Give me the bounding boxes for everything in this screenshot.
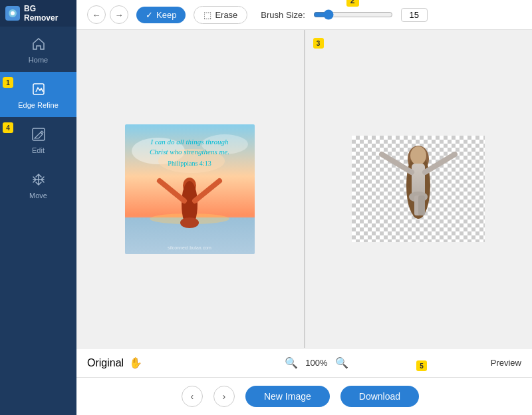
history-nav: ← → bbox=[87, 5, 128, 24]
svg-point-22 bbox=[410, 146, 426, 165]
sidebar: BG Remover Home 1 Edge Refine 4 bbox=[0, 0, 76, 415]
zoom-in-icon[interactable]: 🔍 bbox=[335, 356, 348, 369]
edit-icon bbox=[29, 125, 48, 144]
redo-button[interactable]: → bbox=[110, 5, 128, 24]
sidebar-item-move-label: Move bbox=[29, 192, 47, 200]
svg-point-1 bbox=[11, 11, 15, 15]
sidebar-item-move[interactable]: Move bbox=[0, 162, 76, 208]
home-icon bbox=[29, 35, 48, 53]
preview-label: Preview bbox=[491, 358, 521, 368]
brush-slider-container: 2 bbox=[313, 9, 393, 20]
erase-label: Erase bbox=[215, 10, 237, 20]
erase-button[interactable]: ⬚ Erase bbox=[194, 6, 247, 24]
download-area: Download 5 bbox=[340, 383, 427, 410]
bottom-left: Original ✋ bbox=[87, 356, 142, 369]
canvas-area: I can do all things through Christ who s… bbox=[76, 30, 532, 348]
sidebar-item-edit[interactable]: 4 Edit bbox=[0, 117, 76, 162]
svg-line-24 bbox=[382, 154, 412, 172]
edge-refine-icon bbox=[29, 80, 48, 98]
original-label: Original bbox=[87, 357, 124, 369]
preview-image-container bbox=[352, 136, 485, 242]
app-logo: BG Remover bbox=[0, 0, 76, 27]
brush-size-input[interactable] bbox=[401, 8, 428, 22]
keep-icon: ✓ bbox=[146, 10, 153, 20]
app-title: BG Remover bbox=[24, 4, 71, 23]
undo-button[interactable]: ← bbox=[87, 5, 106, 24]
erase-icon: ⬚ bbox=[203, 10, 211, 20]
svg-point-15 bbox=[180, 217, 199, 228]
zoom-out-icon[interactable]: 🔍 bbox=[285, 356, 298, 369]
svg-line-25 bbox=[425, 154, 455, 172]
preview-image bbox=[352, 136, 485, 242]
preview-badge: 3 bbox=[313, 38, 324, 49]
preview-panel: 3 bbox=[305, 30, 533, 348]
edit-badge: 4 bbox=[3, 122, 13, 133]
next-button[interactable]: › bbox=[213, 386, 235, 407]
toolbar: ← → ✓ Keep ⬚ Erase Brush Size: 2 bbox=[76, 0, 532, 30]
prev-button[interactable]: ‹ bbox=[182, 386, 203, 407]
svg-text:silconnect.butan.com: silconnect.butan.com bbox=[168, 245, 211, 250]
sidebar-item-home[interactable]: Home bbox=[0, 27, 76, 72]
sidebar-item-edge-refine-label: Edge Refine bbox=[18, 101, 59, 109]
brush-size-label: Brush Size: bbox=[261, 10, 305, 20]
new-image-button[interactable]: New Image bbox=[245, 386, 330, 407]
sidebar-item-home-label: Home bbox=[29, 56, 48, 64]
svg-rect-28 bbox=[418, 196, 425, 215]
keep-label: Keep bbox=[156, 10, 176, 20]
hand-tool-icon[interactable]: ✋ bbox=[129, 356, 142, 369]
brush-size-slider[interactable] bbox=[313, 9, 393, 20]
edge-refine-badge: 1 bbox=[3, 77, 13, 88]
footer: ‹ › New Image Download 5 bbox=[76, 377, 532, 415]
svg-text:Christ who strengthens me.: Christ who strengthens me. bbox=[150, 148, 229, 156]
main-content: ← → ✓ Keep ⬚ Erase Brush Size: 2 bbox=[76, 0, 532, 415]
zoom-controls: 🔍 100% 🔍 bbox=[285, 356, 348, 369]
original-panel: I can do all things through Christ who s… bbox=[76, 30, 305, 348]
bottom-right: Preview bbox=[491, 358, 521, 368]
move-icon bbox=[29, 170, 48, 189]
sidebar-item-edit-label: Edit bbox=[32, 146, 45, 154]
zoom-value: 100% bbox=[303, 358, 330, 368]
original-image: I can do all things through Christ who s… bbox=[125, 124, 255, 254]
bottom-bar: Original ✋ 🔍 100% 🔍 Preview bbox=[76, 348, 532, 377]
download-button[interactable]: Download bbox=[340, 386, 419, 407]
svg-text:Philippians 4:13: Philippians 4:13 bbox=[168, 160, 211, 167]
download-badge: 5 bbox=[416, 360, 427, 371]
svg-text:I can do all things through: I can do all things through bbox=[150, 138, 229, 146]
sidebar-item-edge-refine[interactable]: 1 Edge Refine bbox=[0, 72, 76, 117]
app-logo-icon bbox=[5, 6, 20, 21]
original-image-container: I can do all things through Christ who s… bbox=[125, 124, 255, 254]
keep-button[interactable]: ✓ Keep bbox=[136, 7, 186, 23]
brush-badge: 2 bbox=[346, 0, 359, 7]
